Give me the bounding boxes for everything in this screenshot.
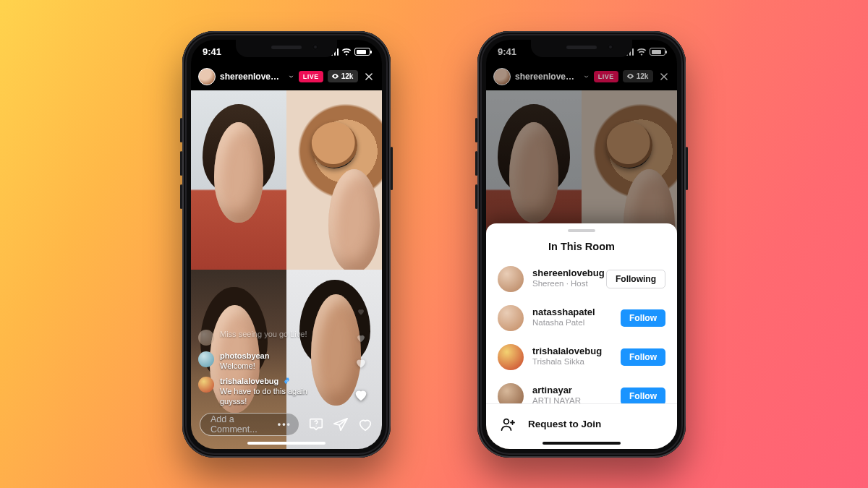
screen: 9:41 shereenlovebug, n... LIVE 12k <box>191 40 382 449</box>
comment-text: We have to do this again guysss! <box>220 387 307 406</box>
heart-icon <box>353 387 369 406</box>
participant-avatar[interactable] <box>498 305 524 331</box>
battery-icon <box>354 48 370 56</box>
eye-icon <box>626 72 634 80</box>
eye-icon <box>331 72 339 80</box>
host-username[interactable]: shereenlovebug, n... <box>515 72 579 82</box>
participant-username[interactable]: artinayar <box>532 385 612 396</box>
participant-row: trishalalovebug Trishala Sikka Follow <box>486 338 677 377</box>
video-tile[interactable] <box>286 90 382 270</box>
comment-row: Miss seeing you go Live! <box>198 330 336 346</box>
question-button[interactable] <box>308 416 324 432</box>
like-button[interactable] <box>357 416 373 432</box>
video-tile[interactable] <box>191 90 286 270</box>
comment-text: Welcome! <box>220 361 255 370</box>
comment-stream: Miss seeing you go Live! photosbyeanWelc… <box>198 330 336 407</box>
participant-avatar[interactable] <box>498 344 524 370</box>
viewer-count[interactable]: 12k <box>623 70 654 82</box>
participant-row: artinayar ARTI NAYAR Follow <box>486 377 677 403</box>
battery-icon <box>650 48 665 56</box>
share-button[interactable] <box>333 416 349 432</box>
host-avatar[interactable] <box>198 68 216 85</box>
participant-subtitle: Trishala Sikka <box>532 357 612 367</box>
close-icon <box>659 72 669 82</box>
participant-subtitle: Shereen · Host <box>532 279 597 288</box>
commenter-avatar[interactable] <box>198 377 214 393</box>
commenter-avatar[interactable] <box>198 330 214 346</box>
participant-row: natasshapatel Natasha Patel Follow <box>486 299 677 338</box>
phone-room-sheet: 9:41 shereenlovebug, n... LIVE 12k <box>477 31 686 458</box>
home-indicator[interactable] <box>542 442 621 445</box>
viewer-count[interactable]: 12k <box>328 70 359 82</box>
comment-row: trishalalovebugWe have to do this again … <box>198 377 336 406</box>
promo-stage: 9:41 shereenlovebug, n... LIVE 12k <box>0 0 868 488</box>
comment-input[interactable]: Add a Comment... ••• <box>200 413 299 436</box>
follow-button[interactable]: Follow <box>621 388 665 403</box>
participant-username[interactable]: shereenlovebug <box>532 268 597 279</box>
comment-username[interactable]: trishalalovebug <box>220 377 278 385</box>
screen: 9:41 shereenlovebug, n... LIVE 12k <box>486 40 677 449</box>
host-avatar[interactable] <box>493 68 511 85</box>
verified-icon <box>283 377 291 385</box>
follow-button[interactable]: Follow <box>621 309 665 327</box>
participant-avatar[interactable] <box>498 266 524 292</box>
wifi-icon <box>341 47 352 57</box>
comment-username[interactable]: photosbyean <box>220 351 269 360</box>
participant-subtitle: ARTI NAYAR <box>532 396 612 403</box>
status-time: 9:41 <box>498 46 516 57</box>
status-time: 9:41 <box>203 46 221 57</box>
close-icon <box>364 72 374 82</box>
add-person-icon <box>498 414 518 435</box>
live-badge: LIVE <box>299 71 323 82</box>
close-button[interactable] <box>658 69 670 85</box>
notch <box>531 40 632 57</box>
heart-icon <box>357 306 365 319</box>
phone-live-view: 9:41 shereenlovebug, n... LIVE 12k <box>182 31 391 458</box>
wifi-icon <box>637 47 647 57</box>
svg-point-0 <box>315 425 316 426</box>
live-bottom-bar: Add a Comment... ••• <box>191 410 382 439</box>
participant-avatar[interactable] <box>498 383 524 403</box>
follow-button[interactable]: Follow <box>621 348 665 366</box>
sheet-grabber[interactable] <box>568 229 595 232</box>
request-label: Request to Join <box>528 419 601 429</box>
heart-icon <box>354 356 367 372</box>
host-username[interactable]: shereenlovebug, n... <box>220 72 284 82</box>
live-header: shereenlovebug, n... LIVE 12k <box>191 66 382 87</box>
commenter-avatar[interactable] <box>198 351 214 367</box>
home-indicator[interactable] <box>247 442 326 445</box>
participant-subtitle: Natasha Patel <box>532 318 612 328</box>
comment-text: Miss seeing you go Live! <box>220 330 307 338</box>
comment-placeholder: Add a Comment... <box>210 414 278 435</box>
following-button[interactable]: Following <box>606 270 665 288</box>
hearts-stream <box>349 290 373 406</box>
live-badge: LIVE <box>594 71 618 82</box>
room-sheet: In This Room shereenlovebug Shereen · Ho… <box>486 223 677 449</box>
chevron-down-icon[interactable] <box>583 72 590 81</box>
svg-point-1 <box>504 419 509 424</box>
chevron-down-icon[interactable] <box>288 72 294 81</box>
heart-icon <box>356 333 367 346</box>
participant-username[interactable]: trishalalovebug <box>532 346 612 357</box>
notch <box>236 40 337 57</box>
viewer-count-value: 12k <box>341 72 354 80</box>
comment-row: photosbyeanWelcome! <box>198 351 336 372</box>
participant-list: shereenlovebug Shereen · Host Following … <box>486 260 677 403</box>
participant-row: shereenlovebug Shereen · Host Following <box>486 260 677 299</box>
more-icon[interactable]: ••• <box>278 419 292 429</box>
viewer-count-value: 12k <box>637 72 649 80</box>
live-header: shereenlovebug, n... LIVE 12k <box>486 66 677 87</box>
sheet-title: In This Room <box>486 241 677 252</box>
participant-username[interactable]: natasshapatel <box>532 307 612 318</box>
close-button[interactable] <box>362 69 375 85</box>
